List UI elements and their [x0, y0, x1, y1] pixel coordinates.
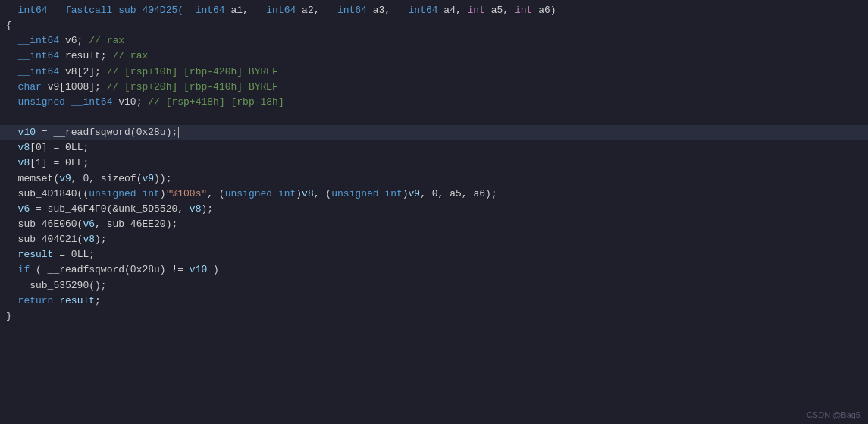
token: "%100s" [166, 188, 208, 199]
line-content: if ( __readfsqword(0x28u) != v10 ) [6, 262, 862, 278]
token: __int64 [183, 5, 225, 16]
watermark: CSDN @Bag5 [807, 410, 860, 419]
line-content: __int64 v8[2]; // [rsp+10h] [rbp-420h] B… [6, 64, 862, 80]
token: result; [59, 50, 112, 61]
token: v9 [59, 173, 71, 184]
token: = __readfsqword(0x28u); [36, 127, 177, 138]
code-line: sub_535290(); [0, 278, 868, 294]
token: sub_404C21( [6, 234, 83, 245]
token: return [18, 295, 54, 306]
token: ) [207, 264, 219, 275]
line-content: unsigned __int64 v10; // [rsp+418h] [rbp… [6, 95, 862, 110]
token: __int64 [71, 96, 113, 108]
token: __int64 [255, 5, 296, 16]
token [6, 157, 18, 168]
token [6, 81, 18, 93]
token: ( __readfsqword(0x28u) != [30, 264, 190, 275]
line-content: __int64 result; // rax [6, 49, 862, 64]
token [6, 142, 18, 153]
token [6, 295, 18, 306]
token: unsigned int [331, 188, 403, 199]
code-line: result = 0LL; [0, 247, 868, 262]
code-area: __int64 __fastcall sub_404D25(__int64 a1… [0, 0, 868, 327]
token: v8 [190, 203, 202, 215]
token: result [18, 249, 54, 260]
code-line: } [0, 309, 868, 324]
token [6, 66, 18, 77]
token: a2, [296, 5, 325, 16]
line-content: __int64 v6; // rax [6, 33, 862, 49]
token [65, 96, 71, 108]
token [6, 35, 18, 46]
token: v10 [190, 264, 207, 275]
token: , sub_46EE20); [95, 218, 177, 230]
code-line: v6 = sub_46F4F0(&unk_5D5520, v8); [0, 202, 868, 217]
token: { [6, 20, 12, 31]
token [6, 249, 18, 260]
token: [0] = 0LL; [30, 142, 89, 153]
token: v8[2]; [59, 66, 106, 77]
token: ) [403, 188, 409, 199]
cursor [178, 127, 179, 138]
token: v8 [302, 188, 314, 199]
code-line: char v9[1008]; // [rsp+20h] [rbp-410h] B… [0, 80, 868, 95]
token: // rax [89, 35, 124, 46]
token: int [468, 5, 485, 16]
token: // [rsp+20h] [rbp-410h] BYREF [107, 81, 278, 93]
token: a3, [367, 5, 396, 16]
token: v9 [409, 188, 421, 199]
token: __int64 [18, 66, 60, 77]
code-line [0, 110, 868, 125]
token: v8 [83, 234, 95, 245]
line-content: v6 = sub_46F4F0(&unk_5D5520, v8); [6, 202, 862, 217]
line-content: { [6, 18, 862, 33]
token: } [6, 310, 12, 322]
token: a1, [225, 5, 255, 16]
token: int [515, 5, 532, 16]
token: a4, [438, 5, 468, 16]
token: result [59, 295, 95, 306]
line-content: memset(v9, 0, sizeof(v9)); [6, 171, 862, 187]
token: v6; [59, 35, 89, 46]
token: unsigned int [89, 188, 160, 199]
token: v10; [112, 96, 148, 108]
token [6, 203, 18, 215]
line-content: __int64 __fastcall sub_404D25(__int64 a1… [6, 3, 862, 18]
code-line: memset(v9, 0, sizeof(v9)); [0, 171, 868, 187]
token: __int64 [18, 50, 60, 61]
token: v9[1008]; [42, 81, 107, 93]
token: v9 [142, 173, 154, 184]
line-content: sub_46E060(v6, sub_46EE20); [6, 217, 862, 232]
code-line: sub_404C21(v8); [0, 232, 868, 247]
code-line: if ( __readfsqword(0x28u) != v10 ) [0, 262, 868, 278]
line-content: } [6, 309, 862, 324]
token: // [rsp+418h] [rbp-18h] [148, 96, 284, 108]
token: v8 [18, 142, 30, 153]
token [6, 96, 18, 108]
code-line: unsigned __int64 v10; // [rsp+418h] [rbp… [0, 95, 868, 110]
line-content: sub_404C21(v8); [6, 232, 862, 247]
token: sub_4D1840(( [6, 188, 89, 199]
token: , 0, a5, a6); [420, 188, 497, 199]
code-line: sub_4D1840((unsigned int)"%100s", (unsig… [0, 187, 868, 202]
token: , ( [207, 188, 224, 199]
token: char [18, 81, 42, 93]
token: ) [296, 188, 302, 199]
token: v6 [83, 218, 95, 230]
token [6, 50, 18, 61]
token: __int64 [18, 35, 60, 46]
token: )); [154, 173, 171, 184]
token: v8 [18, 157, 30, 168]
token: sub_46E060( [6, 218, 83, 230]
token: ); [95, 234, 107, 245]
token: , 0, sizeof( [71, 173, 143, 184]
line-content: result = 0LL; [6, 247, 862, 262]
token: __int64 __fastcall sub_404D25( [6, 5, 183, 16]
token: unsigned [18, 96, 65, 108]
line-content: char v9[1008]; // [rsp+20h] [rbp-410h] B… [6, 80, 862, 95]
token: if [18, 264, 30, 275]
code-line: sub_46E060(v6, sub_46EE20); [0, 217, 868, 232]
code-line: v10 = __readfsqword(0x28u); [0, 125, 868, 140]
code-line: __int64 result; // rax [0, 49, 868, 64]
token: a6) [532, 5, 556, 16]
